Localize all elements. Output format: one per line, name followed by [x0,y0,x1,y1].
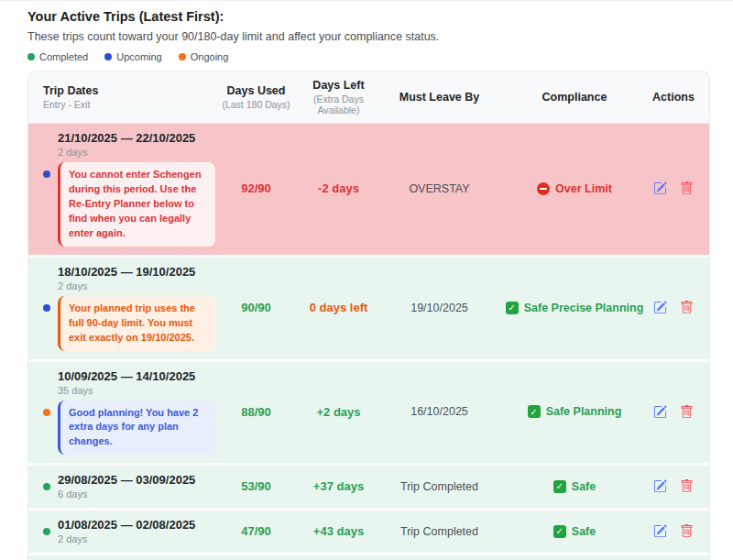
compliance-label: Over Limit [555,182,612,195]
compliance-label: Safe Precise Planning [524,302,644,314]
must-leave-by-value: 16/10/2025 [382,405,497,418]
trip-status-dot-icon [43,483,50,490]
trip-dates: 21/10/2025 — 22/10/2025 [58,131,195,145]
table-row: 10/09/2025 — 14/10/2025 35 days Good pla… [28,362,709,467]
column-title: Compliance [497,91,652,104]
legend-item-ongoing: Ongoing [179,51,229,62]
trip-note-line: You cannot enter Schengen during this pe… [43,162,217,247]
check-icon: ✓ [553,480,566,493]
column-subtitle: Entry - Exit [43,99,217,110]
compliance-label: Safe [572,480,596,493]
trip-note: You cannot enter Schengen during this pe… [58,162,215,247]
no-entry-icon [537,182,550,195]
trips-table-body: 21/10/2025 — 22/10/2025 2 days You canno… [28,124,709,560]
trip-note-line: Good planning! You have 2 extra days for… [43,401,217,456]
table-row: 18/10/2025 — 19/10/2025 2 days Your plan… [28,258,709,362]
column-header-days-used: Days Used (Last 180 Days) [217,84,295,110]
column-header-trip-dates: Trip Dates Entry - Exit [43,84,217,110]
trip-duration: 2 days [58,147,195,158]
legend-item-upcoming: Upcoming [104,51,162,62]
days-used-value: 88/90 [217,405,295,419]
edit-trip-button[interactable] [653,405,667,419]
table-row: 01/08/2025 — 02/08/2025 2 days 47/90 +43… [28,511,709,555]
table-header-row: Trip Dates Entry - Exit Days Used (Last … [28,71,709,124]
trip-dates-cell: 18/10/2025 — 19/10/2025 2 days Your plan… [43,265,217,351]
trip-dates: 18/10/2025 — 19/10/2025 [58,265,195,279]
column-title: Must Leave By [382,91,497,104]
compliance-cell: ✓ Safe [497,525,652,538]
trip-note-line: Your planned trip uses the full 90-day l… [43,296,217,351]
check-icon: ✓ [506,302,519,314]
delete-trip-button[interactable] [680,524,694,538]
delete-trip-button[interactable] [680,405,694,419]
edit-trip-button[interactable] [653,524,667,538]
trip-status-dot-icon [43,170,50,178]
trip-duration: 2 days [58,280,195,291]
trip-status-dot-icon [43,304,50,312]
actions-cell [652,479,695,493]
column-header-must-leave-by: Must Leave By [382,91,497,104]
completed-dot-icon [27,53,35,60]
table-row: 29/08/2025 — 03/09/2025 6 days 53/90 +37… [28,466,709,511]
days-used-value: 92/90 [217,181,295,195]
actions-cell [652,181,695,195]
compliance-label: Safe Planning [546,405,622,418]
must-leave-by-value: OVERSTAY [382,182,497,195]
table-row: 01/07/2025 — 16/07/2025 16 days 45/90 +4… [28,555,709,560]
days-left-value: +43 days [295,524,382,538]
edit-trip-button[interactable] [653,181,667,195]
edit-trip-button[interactable] [653,479,667,493]
trip-note: Good planning! You have 2 extra days for… [58,401,215,456]
column-header-days-left: Days Left (Extra Days Available) [295,79,382,115]
trip-dates-cell: 29/08/2025 — 03/09/2025 6 days [43,473,217,500]
trip-duration: 2 days [58,533,195,544]
check-icon: ✓ [528,405,541,418]
legend-label: Ongoing [191,51,229,62]
column-subtitle: (Extra Days Available) [295,93,382,115]
check-icon: ✓ [553,525,566,538]
edit-trip-button[interactable] [653,301,667,314]
trip-status-dot-icon [43,528,50,535]
days-left-value: -2 days [295,181,382,195]
trip-dates-cell: 01/08/2025 — 02/08/2025 2 days [43,518,217,544]
trip-dates-line: 10/09/2025 — 14/10/2025 35 days [43,369,217,396]
page-title: Your Active Trips (Latest First): [27,9,710,24]
days-left-value: +37 days [295,479,382,493]
trip-duration: 35 days [58,385,195,396]
must-leave-by-value: 19/10/2025 [382,302,497,314]
delete-trip-button[interactable] [680,301,694,314]
trip-status-dot-icon [43,409,50,416]
trip-dates: 01/08/2025 — 02/08/2025 [58,518,195,532]
compliance-cell: ✓ Safe [497,480,652,493]
actions-cell [652,524,695,538]
days-used-value: 47/90 [217,524,295,538]
compliance-cell: ✓ Safe Precise Planning [497,302,652,314]
column-subtitle: (Last 180 Days) [217,99,295,110]
legend-label: Completed [39,51,88,62]
trip-dates-cell: 10/09/2025 — 14/10/2025 35 days Good pla… [43,369,217,456]
trip-dates-cell: 21/10/2025 — 22/10/2025 2 days You canno… [43,131,217,247]
legend-label: Upcoming [116,51,162,62]
compliance-label: Safe [572,525,596,538]
ongoing-dot-icon [179,53,186,60]
trip-dates: 29/08/2025 — 03/09/2025 [58,473,195,487]
column-title: Days Left [295,79,382,92]
delete-trip-button[interactable] [680,479,694,493]
page-subtitle: These trips count toward your 90/180-day… [27,30,710,43]
column-title: Actions [652,91,695,104]
days-used-value: 90/90 [217,301,295,314]
delete-trip-button[interactable] [680,181,694,195]
trip-dates-line: 29/08/2025 — 03/09/2025 6 days [43,473,217,500]
trip-note: Your planned trip uses the full 90-day l… [58,296,215,351]
legend-item-completed: Completed [27,51,88,62]
must-leave-by-value: Trip Completed [382,525,497,538]
trip-dates-line: 18/10/2025 — 19/10/2025 2 days [43,265,217,291]
column-header-actions: Actions [652,91,695,104]
trip-dates: 10/09/2025 — 14/10/2025 [58,369,195,383]
upcoming-dot-icon [104,53,112,60]
trip-duration: 6 days [58,489,195,500]
column-header-compliance: Compliance [497,91,652,104]
table-row: 21/10/2025 — 22/10/2025 2 days You canno… [28,124,709,258]
compliance-cell: Over Limit [497,182,652,195]
must-leave-by-value: Trip Completed [382,480,497,493]
